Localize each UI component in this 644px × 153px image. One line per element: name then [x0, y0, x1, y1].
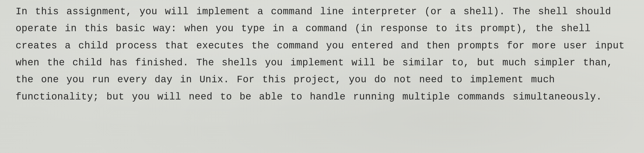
assignment-description-paragraph: In this assignment, you will implement a…	[16, 3, 628, 105]
